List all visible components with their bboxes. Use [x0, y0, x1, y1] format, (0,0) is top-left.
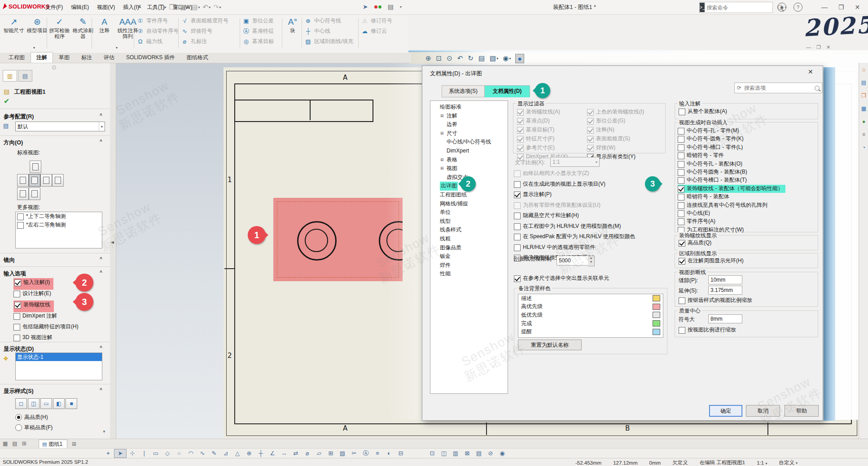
collapse-chevron-icon[interactable]: ^ [100, 388, 102, 392]
table-icon[interactable]: ⊞ [325, 449, 337, 458]
hidden-lines-removed-button[interactable]: ▭ [40, 398, 52, 409]
tree-expander-icon[interactable] [440, 173, 445, 182]
redo-button[interactable]: ↷ ▾ [213, 3, 221, 11]
weld-symbol-button[interactable]: ∿焊接符号 [181, 26, 228, 36]
sheet-grid-icon[interactable]: ▦ [3, 440, 8, 447]
color-swatch[interactable] [653, 295, 660, 301]
radio-button[interactable] [15, 424, 22, 431]
checkbox[interactable] [678, 218, 684, 225]
display-style-icon[interactable]: ▧▾ [490, 54, 498, 62]
center-mark-button[interactable]: ⊕中心符号线 [304, 16, 353, 26]
tree-item[interactable]: 线型 [430, 217, 508, 226]
search-input[interactable] [705, 4, 778, 11]
menu-item[interactable]: 视图(V) [93, 0, 119, 14]
commandmanager-tab[interactable]: 标注 [75, 52, 98, 63]
tree-expander-icon[interactable] [440, 120, 445, 129]
doc-minimize-button[interactable]: — [806, 44, 811, 50]
break-scale-option[interactable]: 按锯齿样式的视图比例缩放 [679, 296, 752, 304]
collapse-chevron-icon[interactable]: ^ [100, 345, 102, 350]
dropdown-arrow-icon[interactable]: ▾ [116, 46, 118, 50]
confirm-check-icon[interactable]: ✔ [4, 97, 9, 105]
checkbox[interactable] [517, 118, 524, 125]
commandmanager-tab[interactable]: 工程图 [3, 52, 31, 63]
checkbox[interactable] [517, 109, 524, 116]
detailing-option[interactable]: 始终以相同大小显示文字(Z) [514, 170, 672, 177]
spinner-up-icon[interactable]: ▲ [588, 256, 594, 260]
checkbox[interactable] [678, 202, 684, 209]
checkbox[interactable] [17, 222, 24, 229]
auto-insert-option[interactable]: 暗销符号 - 装配体 [678, 193, 815, 201]
detailing-option[interactable]: 隐藏悬空尺寸和注解(H) [514, 212, 672, 219]
dropdown-arrow-icon[interactable]: ▾ [796, 461, 798, 465]
sync-options-icon[interactable]: ⟳ [737, 85, 741, 91]
render-tools-icon[interactable]: ● [515, 54, 524, 63]
sketch-point-icon[interactable]: ⊹ [127, 449, 138, 458]
radio-button[interactable] [15, 414, 22, 421]
search-icon[interactable] [815, 86, 820, 91]
note-color-row[interactable]: 高优先级 [518, 303, 663, 311]
import-option[interactable]: 输入注解(I) [13, 278, 53, 290]
tree-expander-icon[interactable]: ⊞ [440, 112, 445, 121]
collapse-chevron-icon[interactable]: ^ [100, 113, 102, 118]
tree-item[interactable]: 边界 [430, 120, 508, 129]
tree-expander-icon[interactable] [434, 182, 438, 191]
auxiliary-view-icon[interactable]: ▥ [450, 449, 461, 458]
horizontal-dimension-icon[interactable]: ↔ [278, 449, 290, 458]
checkbox[interactable] [514, 192, 521, 198]
circle-icon[interactable]: ○ [173, 449, 185, 458]
center-mark-icon[interactable]: ⊕ [243, 449, 255, 458]
doc-restore-button[interactable]: ❐ [816, 44, 821, 50]
trim-icon[interactable]: ✂ [348, 449, 360, 458]
view-right-button[interactable] [40, 174, 52, 187]
view-top-button[interactable] [29, 187, 40, 200]
dropdown-arrow-icon[interactable]: ▾ [165, 5, 167, 9]
tree-expander-icon[interactable] [434, 226, 438, 235]
note-color-row[interactable]: 低优先级 [518, 311, 663, 319]
checkbox[interactable] [514, 181, 521, 188]
panel-splitter[interactable]: ◀ [110, 63, 116, 439]
minimize-button[interactable]: — [821, 4, 828, 11]
collapse-chevron-icon[interactable]: ^ [100, 139, 102, 144]
tree-item[interactable]: 线条样式 [430, 226, 508, 235]
thread-display-option[interactable]: 高品质(Q) [679, 239, 711, 247]
dropdown-arrow-icon[interactable]: ▾ [209, 5, 210, 9]
color-swatch[interactable] [653, 329, 660, 335]
ok-button[interactable]: 确定 [709, 405, 742, 417]
menu-item[interactable]: 文件(F) [41, 0, 67, 14]
appearances-icon[interactable]: ● [862, 118, 865, 125]
add-sheet-icon[interactable]: ⊞ [72, 441, 76, 447]
view-back-button[interactable] [52, 174, 64, 187]
color-swatch[interactable] [653, 304, 660, 310]
arc-icon[interactable]: ◠ [185, 449, 197, 458]
select-arrow-icon[interactable]: ➤ [363, 3, 368, 10]
collapse-chevron-icon[interactable]: ^ [100, 270, 102, 275]
checkbox[interactable] [679, 258, 685, 265]
tree-item[interactable]: 钣金 [430, 252, 508, 261]
tree-item[interactable]: 性能 [430, 270, 508, 279]
checkbox[interactable] [587, 109, 594, 116]
rectangle-icon[interactable]: ▭ [150, 449, 162, 458]
user-account-icon[interactable]: ☻ [777, 3, 786, 12]
auto-insert-option[interactable]: 中心符号圆角 - 装配体(B) [678, 168, 815, 176]
tree-expander-icon[interactable] [434, 103, 438, 112]
import-option[interactable]: DimXpert 注解 [13, 312, 108, 323]
checkbox[interactable] [678, 152, 684, 159]
import-option[interactable]: 设计注解(E) [13, 290, 108, 301]
smart-dimension-button[interactable]: ↗智能尺寸 [3, 16, 24, 34]
custom-properties-icon[interactable]: ≡ [862, 131, 865, 138]
chamfer-icon[interactable]: ⊿ [220, 449, 232, 458]
close-button[interactable]: ✕ [855, 4, 860, 11]
checkbox[interactable] [514, 244, 521, 251]
color-swatch[interactable] [653, 320, 660, 327]
com-scale-option[interactable]: 按视图比例进行缩放 [679, 326, 736, 334]
collapse-chevron-icon[interactable]: ^ [100, 257, 102, 261]
panel-scroll-down-icon[interactable]: ▼ [102, 430, 106, 434]
view-current-button[interactable] [29, 174, 40, 187]
commandmanager-tab[interactable]: 评估 [98, 52, 120, 63]
hatch-density-spinner[interactable]: ▲▼ [588, 256, 595, 266]
commandmanager-tab[interactable]: 图纸格式 [181, 52, 214, 63]
detail-view-icon[interactable]: ⊡ [426, 449, 438, 458]
open-button[interactable]: ❐ ▾ [169, 3, 177, 11]
hatch-display-option[interactable]: 在注解周围显示光环(H) [679, 257, 744, 265]
checkbox[interactable] [587, 127, 594, 134]
